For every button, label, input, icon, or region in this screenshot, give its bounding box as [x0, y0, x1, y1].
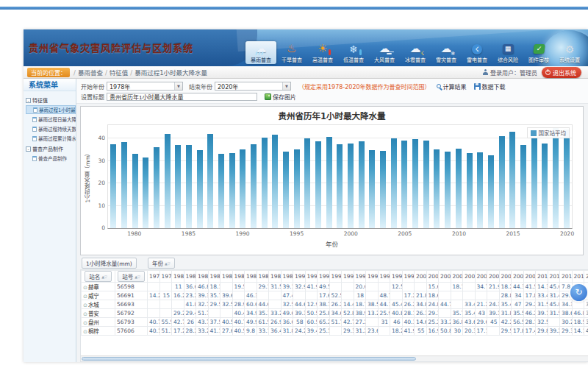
nav-item-snow-survey[interactable]: ☁❄雪灾普查: [431, 41, 462, 64]
year-header: 1978: [148, 271, 160, 283]
value-cell: 29.3: [560, 327, 573, 336]
nav-item-cold-survey[interactable]: ❄低温普查: [338, 41, 369, 64]
value-cell: 43.6: [463, 318, 476, 327]
year-header: 1997: [378, 271, 390, 283]
nav-item-hail-survey[interactable]: ☁☇冰雹普查: [400, 41, 431, 64]
value-cell: 25.9: [378, 309, 390, 318]
sun-thermometer-icon: ☀: [307, 43, 338, 55]
chart-legend[interactable]: 国家站平均: [527, 127, 570, 138]
value-cell: 40.5: [220, 318, 233, 327]
value-cell: 31: [378, 318, 390, 327]
start-year-label: 开始年份: [81, 82, 104, 91]
value-cell: 46.3: [245, 291, 257, 300]
station-radio-icon[interactable]: ⊙: [83, 311, 87, 317]
tree-collapse-icon[interactable]: -: [26, 146, 31, 152]
chart-title-input[interactable]: [107, 93, 257, 101]
value-cell: 34: [512, 291, 524, 300]
station-radio-icon[interactable]: ⊙: [83, 329, 87, 335]
value-cell: 29.6: [475, 318, 487, 327]
calc-result-button[interactable]: 计算结果: [437, 82, 467, 91]
value-cell: 32.5: [281, 300, 293, 309]
col-header-station-id[interactable]: 站号▲▽: [118, 271, 145, 282]
tree-collapse-icon[interactable]: -: [26, 98, 31, 103]
nav-item-rain-survey[interactable]: ☁暴雨普查: [245, 41, 276, 64]
sidebar-item[interactable]: 暴雨过程1小时最大降水量: [26, 105, 76, 114]
user-label-wrap: 登录用户：管理员: [482, 68, 537, 77]
sidebar-item[interactable]: 普查产品制作: [26, 154, 76, 163]
nav-item-risk-survey[interactable]: ▦综合风险: [492, 41, 523, 64]
value-cell: [342, 283, 354, 291]
sidebar-item[interactable]: 暴雨过程累计降水量: [26, 134, 76, 143]
value-cell: [366, 283, 379, 291]
sort-icons[interactable]: ▲▽: [165, 261, 171, 266]
nav-item-wind-survey[interactable]: ☁大风普查: [369, 41, 400, 64]
end-year-select[interactable]: 2020年 ▼: [215, 82, 291, 91]
value-cell: [232, 291, 245, 300]
value-cell: 35.8: [584, 318, 588, 327]
sidebar-item[interactable]: 暴雨过程持续天数: [26, 124, 76, 133]
heat-spring-icon: ♨: [276, 43, 307, 55]
chart-bar-1981: [143, 158, 148, 228]
year-header: 1988: [269, 271, 282, 283]
nav-item-lightning-survey[interactable]: ☇雷电普查: [462, 41, 492, 64]
breadcrumb-link[interactable]: 暴雨过程1小时最大降水量: [135, 69, 207, 77]
value-cell: 29.2: [172, 309, 184, 318]
nav-item-review-survey[interactable]: ✓图件审核: [523, 41, 554, 64]
value-cell: 45.8: [548, 300, 560, 309]
value-cell: 14.1: [572, 327, 584, 336]
chart-bar-1985: [186, 145, 192, 228]
rain-cloud-icon: ☁: [245, 43, 276, 55]
chart-bar-1988: [218, 154, 224, 228]
nav-item-settings-survey[interactable]: ⚙系统设置: [554, 41, 585, 64]
col-header-station-name[interactable]: 站名▲▽: [85, 271, 112, 282]
pivot-value-chip[interactable]: 1小时降水量(mm): [82, 258, 137, 269]
save-image-button[interactable]: 保存图片: [265, 93, 296, 101]
value-cell: 34.9: [245, 309, 257, 318]
value-cell: 35.7: [208, 291, 220, 300]
year-header: 2013: [572, 271, 584, 283]
sidebar-item[interactable]: 暴雨过程日最大降水量: [26, 115, 76, 124]
pivot-column-chip[interactable]: 年份 ▲▽: [148, 258, 175, 269]
value-cell: 18.2: [499, 283, 512, 291]
value-cell: 25.1: [318, 327, 330, 336]
station-radio-icon[interactable]: ⊙: [83, 320, 87, 326]
year-header: 2005: [475, 271, 487, 283]
year-header: 1987: [257, 271, 269, 283]
horizontal-scrollbar[interactable]: [81, 355, 588, 361]
chart-bar-1998: [326, 137, 332, 228]
page-icon: [32, 136, 37, 141]
value-cell: 42.1: [584, 327, 588, 336]
power-icon: [545, 70, 551, 75]
nav-item-drought-survey[interactable]: ♨干旱普查: [276, 41, 307, 64]
data-download-button[interactable]: 数据下载: [474, 82, 506, 91]
refresh-float-button[interactable]: ↻: [570, 284, 587, 301]
value-cell: 35.7: [451, 309, 463, 318]
station-radio-icon[interactable]: ⊙: [83, 302, 87, 308]
chart-plot-area: 1小时降水量（mm） 国家站平均 010203040: [107, 124, 573, 229]
nav-item-label: 干旱普查: [282, 56, 302, 63]
chart-bar-1995: [294, 149, 300, 228]
chart-bar-2008: [434, 149, 440, 228]
breadcrumb-link[interactable]: 暴雨普查: [78, 69, 103, 77]
value-cell: 55.5: [159, 318, 172, 327]
value-cell: 46.2: [523, 309, 536, 318]
station-id-cell: 56793: [115, 318, 148, 327]
station-radio-icon[interactable]: ⊙: [83, 285, 87, 291]
value-cell: 36.8: [451, 318, 463, 327]
value-cell: 31.9: [584, 300, 588, 309]
tree-group-0[interactable]: -特征值: [26, 96, 76, 104]
value-cell: 31.8: [499, 309, 512, 318]
scrollbar-thumb[interactable]: [82, 357, 416, 361]
value-cell: 18.7: [354, 300, 366, 309]
station-radio-icon[interactable]: ⊙: [83, 294, 87, 300]
value-cell: 12.5: [390, 283, 403, 291]
logout-button[interactable]: 退出系统: [542, 67, 581, 78]
tree-group-1[interactable]: -普查产品制作: [26, 145, 76, 152]
value-cell: [148, 300, 160, 309]
value-cell: [148, 309, 160, 318]
value-cell: 27.6: [220, 327, 233, 336]
breadcrumb-link[interactable]: 特征值: [110, 69, 129, 77]
start-year-select[interactable]: 1978年 ▼: [107, 82, 183, 91]
chart-bar-1979: [121, 142, 127, 228]
nav-item-heat-survey[interactable]: ☀高温普查: [307, 41, 338, 64]
